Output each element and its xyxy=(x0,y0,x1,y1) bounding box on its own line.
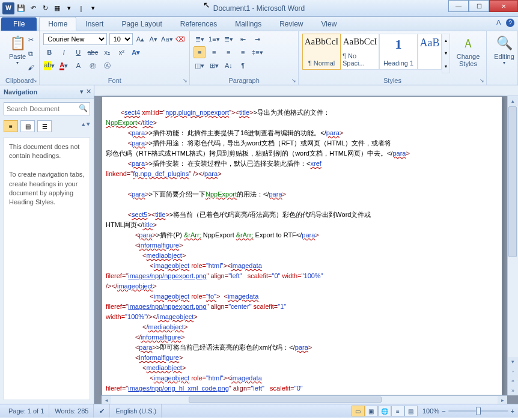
enclose-characters-icon[interactable]: ㊕ xyxy=(87,59,99,72)
font-dialog-icon[interactable]: ↘ xyxy=(183,78,187,84)
styles-more-icon[interactable]: ▾ xyxy=(442,60,449,73)
paragraph-dialog-icon[interactable]: ↘ xyxy=(291,78,296,84)
strikethrough-button[interactable]: abc xyxy=(87,46,99,58)
character-border-icon[interactable]: Ⓐ xyxy=(101,59,113,72)
next-page-icon[interactable]: » xyxy=(508,386,518,395)
vertical-scrollbar[interactable]: ▴ ▾ ◦ « » xyxy=(507,96,518,395)
nav-prev-icon[interactable]: ▴ xyxy=(82,120,85,132)
horizontal-ruler[interactable] xyxy=(94,85,518,96)
zoom-slider[interactable] xyxy=(448,410,508,412)
qat-more-icon[interactable]: ▾ xyxy=(64,3,75,14)
undo-icon[interactable]: ↶ xyxy=(28,3,38,14)
zoom-in-button[interactable]: + xyxy=(511,407,514,415)
view-web-layout[interactable]: 🌐 xyxy=(378,406,391,416)
style-normal[interactable]: AaBbCcI¶ Normal xyxy=(302,34,341,70)
line-spacing-icon[interactable]: ‡≡▾ xyxy=(251,46,263,58)
tab-review[interactable]: Review xyxy=(270,17,312,31)
increase-indent-icon[interactable]: ⇥ xyxy=(251,33,263,45)
nav-tab-headings[interactable]: ≡ xyxy=(4,120,18,132)
tab-home[interactable]: Home xyxy=(39,17,76,31)
document-page[interactable]: <sect4 xml:id="npp.plugin_nppexport"><ti… xyxy=(102,96,502,395)
tab-insert[interactable]: Insert xyxy=(76,17,112,31)
view-draft[interactable]: ▤ xyxy=(404,406,418,416)
change-case-icon[interactable]: Aa▾ xyxy=(161,33,172,45)
zoom-knob[interactable] xyxy=(476,407,481,415)
styles-gallery[interactable]: AaBbCcI¶ Normal AaBbCcI¶ No Spaci... 1He… xyxy=(302,34,450,73)
nav-tab-results[interactable]: ☰ xyxy=(37,120,52,132)
maximize-button[interactable]: ☐ xyxy=(469,0,489,12)
scroll-down-icon[interactable]: ▾ xyxy=(508,357,518,367)
word-app-icon[interactable]: W xyxy=(2,2,14,14)
align-center-button[interactable]: ≡ xyxy=(208,46,220,58)
superscript-button[interactable]: x² xyxy=(115,46,127,58)
clear-formatting-icon[interactable]: ⌫ xyxy=(175,33,186,45)
copy-icon[interactable]: ⧉ xyxy=(25,47,37,59)
borders-icon[interactable]: ⊞▾ xyxy=(208,59,220,72)
zoom-out-button[interactable]: − xyxy=(442,407,445,415)
highlight-color-icon[interactable]: ab▾ xyxy=(43,59,55,72)
style-no-spacing[interactable]: AaBbCcI¶ No Spaci... xyxy=(341,34,379,70)
align-left-button[interactable]: ≡ xyxy=(193,46,206,58)
decrease-indent-icon[interactable]: ⇤ xyxy=(237,33,249,45)
sort-icon[interactable]: A↓ xyxy=(222,59,234,72)
subscript-button[interactable]: x₂ xyxy=(101,46,113,58)
status-language[interactable]: English (U.S.) xyxy=(111,404,162,418)
hscroll-thumb[interactable] xyxy=(189,397,382,403)
bold-button[interactable]: B xyxy=(43,46,55,58)
font-size-combo[interactable]: 10 xyxy=(109,33,133,45)
vscroll-thumb[interactable] xyxy=(508,106,517,257)
styles-scroll-down-icon[interactable]: ▾ xyxy=(442,47,449,59)
underline-button[interactable]: U xyxy=(72,46,84,58)
multilevel-list-icon[interactable]: ≣▾ xyxy=(222,33,234,45)
style-heading-1[interactable]: 1Heading 1 xyxy=(379,34,418,70)
font-color-icon[interactable]: A▾ xyxy=(58,59,70,72)
scroll-right-icon[interactable]: ▸ xyxy=(498,396,507,404)
view-outline[interactable]: ≡ xyxy=(391,406,404,416)
nav-close-icon[interactable]: ✕ xyxy=(86,88,91,96)
close-button[interactable]: ✕ xyxy=(489,0,518,12)
status-page[interactable]: Page: 1 of 1 xyxy=(4,404,49,418)
font-name-combo[interactable]: Courier New xyxy=(43,33,106,45)
cut-icon[interactable]: ✂ xyxy=(25,34,37,46)
bullets-icon[interactable]: ≣▾ xyxy=(193,33,206,45)
nav-next-icon[interactable]: ▾ xyxy=(87,120,90,132)
tab-mailings[interactable]: Mailings xyxy=(226,17,270,31)
tab-view[interactable]: View xyxy=(312,17,346,31)
paste-dropdown-icon[interactable]: ▾ xyxy=(16,60,19,65)
style-more[interactable]: AaB xyxy=(418,34,442,70)
view-full-screen[interactable]: ▣ xyxy=(365,406,378,416)
styles-dialog-icon[interactable]: ↘ xyxy=(480,78,484,84)
nav-tab-pages[interactable]: ▤ xyxy=(20,120,35,132)
show-hide-marks-icon[interactable]: ¶ xyxy=(237,59,249,72)
search-icon[interactable]: 🔍 xyxy=(79,104,88,112)
browse-object-icon[interactable]: ◦ xyxy=(508,367,518,376)
editing-button[interactable]: 🔍 Editing ▾ xyxy=(490,32,518,65)
tab-references[interactable]: References xyxy=(171,17,226,31)
view-print-layout[interactable]: ▭ xyxy=(352,406,365,416)
change-styles-button[interactable]: Ａ Change Styles xyxy=(454,32,483,73)
character-shading-icon[interactable]: A xyxy=(72,59,84,72)
tab-file[interactable]: File xyxy=(1,17,37,31)
italic-button[interactable]: I xyxy=(58,46,70,58)
tab-page-layout[interactable]: Page Layout xyxy=(112,17,171,31)
justify-button[interactable]: ≡ xyxy=(237,46,249,58)
format-painter-icon[interactable]: 🖌 xyxy=(25,61,37,73)
minimize-button[interactable]: — xyxy=(448,0,469,12)
document-content[interactable]: <sect4 xml:id="npp.plugin_nppexport"><ti… xyxy=(102,97,502,395)
search-input[interactable] xyxy=(4,102,90,115)
zoom-level[interactable]: 100% xyxy=(422,407,439,415)
numbering-icon[interactable]: 1≡▾ xyxy=(208,33,220,45)
nav-dropdown-icon[interactable]: ▾ xyxy=(80,88,84,96)
grow-font-icon[interactable]: A▴ xyxy=(135,33,146,45)
help-icon[interactable]: ? xyxy=(506,19,514,27)
status-proofing-icon[interactable]: ✔ xyxy=(94,404,110,418)
qat-dropdown-icon[interactable]: ▾ xyxy=(88,3,99,14)
clipboard-dialog-icon[interactable]: ↘ xyxy=(32,78,37,84)
status-words[interactable]: Words: 285 xyxy=(50,404,94,418)
scroll-left-icon[interactable]: ◂ xyxy=(102,396,111,404)
minimize-ribbon-icon[interactable]: ᐱ xyxy=(496,19,501,27)
text-effects-icon[interactable]: A▾ xyxy=(130,46,142,58)
styles-scroll-up-icon[interactable]: ▴ xyxy=(442,34,449,47)
prev-page-icon[interactable]: « xyxy=(508,376,518,386)
table-icon[interactable]: ▦ xyxy=(52,3,62,14)
